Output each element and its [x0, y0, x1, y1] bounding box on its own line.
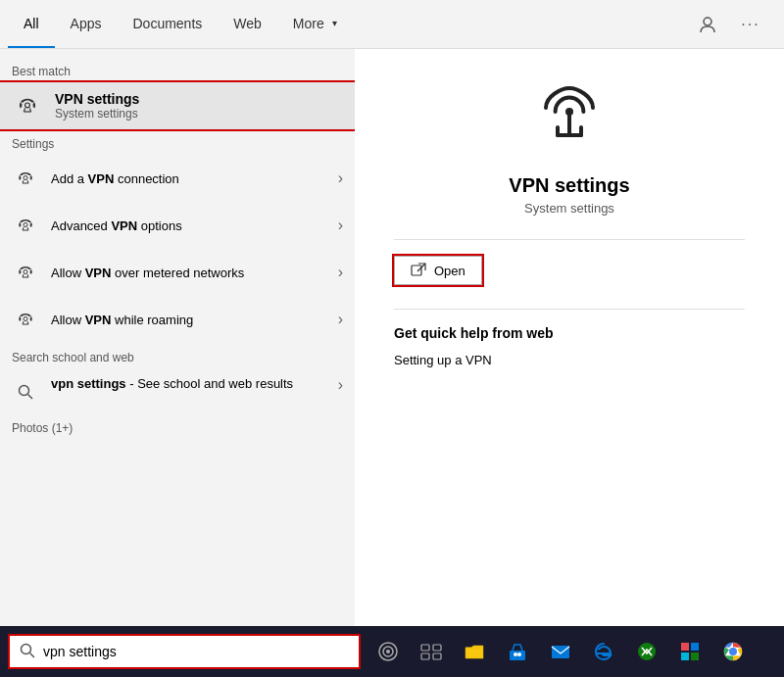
svg-point-1 [25, 103, 30, 108]
settings-item-advanced-label: Advanced VPN options [51, 218, 338, 233]
chevron-right-icon [338, 169, 343, 187]
tab-more[interactable]: More ▾ [277, 0, 353, 48]
vpn-icon-svg [16, 94, 39, 118]
best-match-subtitle: System settings [55, 107, 343, 121]
tab-apps-label: Apps [71, 16, 102, 31]
chevron-right-icon-4 [338, 311, 343, 328]
vpn-app-type: System settings [524, 201, 614, 216]
settings-item-metered[interactable]: Allow VPN over metered networks [0, 249, 355, 296]
taskbar-taskview-icon[interactable] [412, 632, 451, 671]
svg-rect-20 [421, 645, 429, 651]
user-icon-btn[interactable] [690, 7, 725, 42]
svg-line-7 [28, 395, 33, 400]
web-keyword: vpn settings [51, 376, 126, 391]
web-desc: - See school and web results [126, 376, 294, 391]
tab-all[interactable]: All [8, 0, 55, 48]
settings-item-roaming[interactable]: Allow VPN while roaming [0, 296, 355, 343]
taskbar-cortana-icon[interactable] [368, 632, 408, 671]
tab-documents[interactable]: Documents [117, 0, 218, 48]
vpn-app-name: VPN settings [509, 174, 629, 197]
tab-web-label: Web [233, 16, 262, 31]
svg-point-34 [729, 648, 737, 655]
svg-rect-30 [691, 643, 699, 651]
svg-rect-29 [681, 643, 689, 651]
taskbar-edge-icon[interactable] [584, 632, 623, 671]
chevron-right-icon-2 [338, 217, 343, 234]
tab-documents-label: Documents [132, 16, 202, 31]
settings-item-metered-label: Allow VPN over metered networks [51, 266, 338, 280]
chevron-down-icon: ▾ [332, 18, 337, 28]
settings-item-add[interactable]: Add a VPN connection [0, 155, 355, 202]
best-match-item[interactable]: VPN settings System settings [0, 82, 355, 129]
taskbar-xbox-icon[interactable] [627, 632, 666, 671]
best-match-label: Best match [0, 57, 355, 82]
chevron-right-icon-3 [338, 264, 343, 281]
tab-apps[interactable]: Apps [55, 0, 118, 48]
vpn-app-icon [530, 80, 609, 159]
nav-right: ··· [690, 0, 776, 48]
settings-item-add-label: Add a VPN connection [51, 171, 338, 186]
photos-label: Photos (1+) [0, 413, 355, 439]
vpn-large-icon [530, 80, 609, 159]
open-icon [411, 263, 426, 278]
top-nav: All Apps Documents Web More ▾ ··· [0, 0, 784, 49]
svg-point-5 [24, 317, 27, 321]
vpn-settings-icon-3 [12, 259, 39, 286]
taskbar-chrome-icon[interactable] [713, 632, 753, 671]
tab-web[interactable]: Web [218, 0, 277, 48]
right-panel: VPN settings System settings Open Get qu… [355, 49, 784, 626]
svg-point-15 [22, 644, 31, 653]
search-input[interactable]: vpn settings [43, 644, 349, 659]
svg-rect-31 [681, 653, 689, 660]
best-match-title: VPN settings [55, 91, 343, 107]
svg-rect-21 [433, 645, 441, 651]
vpn-settings-icon-1 [12, 165, 39, 192]
quick-help-link[interactable]: Setting up a VPN [394, 353, 492, 367]
vpn-settings-icon-2 [12, 212, 39, 239]
settings-label: Settings [0, 129, 355, 155]
svg-point-26 [517, 653, 521, 656]
svg-point-25 [514, 653, 517, 656]
taskbar: vpn settings [0, 626, 784, 677]
svg-point-4 [24, 270, 27, 274]
open-label: Open [434, 264, 466, 278]
svg-point-6 [20, 386, 29, 396]
svg-rect-22 [421, 653, 429, 659]
left-panel: Best match VPN settings System settings … [0, 49, 355, 626]
taskbar-search-icon [20, 643, 35, 661]
svg-rect-24 [510, 651, 525, 660]
divider [394, 239, 745, 240]
vpn-icon [12, 90, 43, 121]
svg-line-16 [30, 653, 35, 657]
web-item-text: vpn settings - See school and web result… [51, 376, 338, 391]
chevron-right-web [338, 376, 343, 394]
taskbar-explorer-icon[interactable] [455, 632, 494, 671]
taskbar-store-icon[interactable] [498, 632, 537, 671]
svg-point-19 [386, 650, 390, 653]
tab-all-label: All [24, 16, 39, 31]
open-button[interactable]: Open [394, 256, 482, 285]
svg-point-12 [565, 108, 573, 116]
taskbar-search-box[interactable]: vpn settings [8, 634, 361, 669]
svg-rect-23 [433, 653, 441, 659]
divider-2 [394, 309, 745, 310]
best-match-text: VPN settings System settings [55, 91, 343, 121]
svg-point-2 [24, 176, 27, 180]
svg-rect-27 [552, 646, 569, 658]
user-icon [699, 16, 716, 33]
vpn-settings-icon-4 [12, 306, 39, 333]
taskbar-tiles-icon[interactable] [670, 632, 710, 671]
taskbar-icons [368, 632, 753, 671]
svg-point-0 [704, 18, 711, 25]
svg-point-3 [24, 223, 27, 227]
tab-more-label: More [293, 16, 324, 31]
search-web-icon [12, 378, 39, 406]
svg-rect-13 [412, 266, 421, 275]
settings-item-roaming-label: Allow VPN while roaming [51, 313, 338, 327]
more-options-btn[interactable]: ··· [733, 7, 768, 42]
web-search-label: Search school and web [0, 343, 355, 368]
settings-item-advanced[interactable]: Advanced VPN options [0, 202, 355, 249]
taskbar-mail-icon[interactable] [541, 632, 580, 671]
svg-point-28 [638, 643, 656, 660]
web-search-item[interactable]: vpn settings - See school and web result… [0, 368, 355, 413]
